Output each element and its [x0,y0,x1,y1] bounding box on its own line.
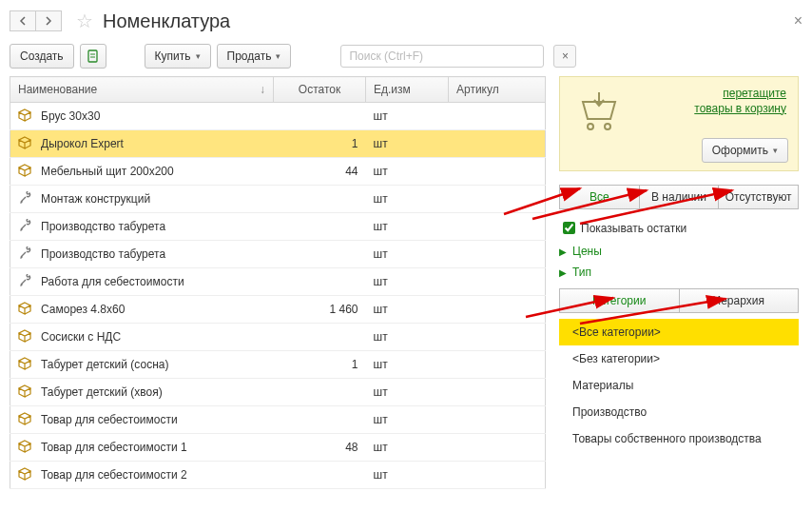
row-unit: шт [366,406,449,434]
category-item[interactable]: <Без категории> [559,345,799,372]
table-row[interactable]: Производство табуреташт [10,213,546,241]
col-header-unit[interactable]: Ед.изм [366,77,449,103]
category-item[interactable]: <Все категории> [559,319,799,345]
prices-expander[interactable]: ▶ Цены [559,245,799,258]
row-name: Мебельный щит 200х200 [41,164,174,177]
table-row[interactable]: Мебельный щит 200х20044шт [10,158,546,186]
clear-search-button[interactable]: × [553,45,576,68]
create-button[interactable]: Создать [10,44,74,69]
cart-drop-link[interactable]: перетащите товары в корзину [648,87,786,116]
row-unit: шт [366,351,449,379]
table-row[interactable]: Табурет детский (хвоя)шт [10,379,546,406]
table-row[interactable]: Сосиски с НДСшт [10,324,546,351]
filter-all-button[interactable]: Все [559,185,640,209]
row-unit: шт [366,241,449,268]
prices-label: Цены [572,245,602,258]
row-stock: 48 [274,434,366,462]
box-icon [18,136,33,152]
nomenclature-table: Наименование Остаток Ед.изм Артикул Брус… [10,76,546,489]
row-sku [449,324,546,351]
row-sku [449,462,546,489]
row-unit: шт [366,462,449,489]
row-name: Дырокол Expert [41,136,124,149]
issue-button[interactable]: Оформить▾ [702,138,788,163]
buy-button[interactable]: Купить▾ [145,44,211,69]
row-name: Производство табурета [41,219,165,232]
row-stock: 1 [274,130,366,158]
category-item[interactable]: Производство [559,399,799,425]
row-name: Саморез 4.8х60 [41,302,125,315]
tool-icon [18,191,33,207]
col-header-sku[interactable]: Артикул [449,77,546,103]
cart-icon [573,90,625,139]
show-stock-checkbox[interactable] [563,222,575,234]
table-row[interactable]: Саморез 4.8х601 460шт [10,296,546,324]
nav-forward-button[interactable] [35,10,62,31]
row-name: Монтаж конструкций [41,191,150,205]
row-stock [274,241,366,268]
stock-filter-segment: Все В наличии Отсутствуют [559,185,799,209]
table-row[interactable]: Товар для себестоимости 148шт [10,434,546,462]
category-item[interactable]: Материалы [559,372,799,399]
close-icon[interactable]: × [794,12,802,30]
table-row[interactable]: Работа для себестоимостишт [10,268,546,296]
category-item[interactable]: Товары собственного производства [559,425,799,452]
row-unit: шт [366,186,449,213]
row-sku [449,406,546,434]
row-unit: шт [366,130,449,158]
issue-label: Оформить [712,144,768,157]
cart-dropzone[interactable]: перетащите товары в корзину Оформить▾ [559,76,799,171]
filter-outstock-button[interactable]: Отсутствуют [718,185,799,209]
box-icon [18,108,33,125]
cart-link-line1: перетащите [723,87,786,100]
row-unit: шт [366,379,449,406]
tool-icon [18,219,33,235]
create-from-template-button[interactable] [80,44,106,69]
row-sku [449,379,546,406]
row-sku [449,241,546,268]
chevron-down-icon: ▾ [276,51,280,61]
category-list: <Все категории><Без категории>МатериалыП… [559,319,799,452]
star-icon[interactable]: ☆ [76,10,93,32]
svg-point-1 [588,124,593,129]
table-row[interactable]: Дырокол Expert1шт [10,130,546,158]
show-stock-checkbox-row[interactable]: Показывать остатки [559,219,799,237]
row-stock [274,379,366,406]
sell-button[interactable]: Продать▾ [217,44,292,69]
box-icon [18,329,33,345]
row-stock [274,213,366,241]
chevron-down-icon: ▾ [773,146,778,155]
table-row[interactable]: Производство табуреташт [10,241,546,268]
row-name: Производство табурета [41,246,165,260]
mode-categories-button[interactable]: Категории [559,288,680,313]
search-input[interactable] [347,49,537,64]
row-name: Работа для себестоимости [41,274,184,287]
chevron-down-icon: ▾ [196,51,201,61]
table-row[interactable]: Товар для себестоимости 2шт [10,462,546,489]
table-row[interactable]: Монтаж конструкцийшт [10,186,546,213]
col-header-name[interactable]: Наименование [10,77,274,103]
box-icon [18,302,33,318]
row-stock [274,324,366,351]
row-name: Сосиски с НДС [41,329,121,343]
table-row[interactable]: Табурет детский (сосна)1шт [10,351,546,379]
mode-hierarchy-button[interactable]: Иерархия [679,288,800,313]
box-icon [18,467,33,483]
row-name: Товар для себестоимости 1 [41,440,187,453]
type-expander[interactable]: ▶ Тип [559,266,799,279]
filter-instock-button[interactable]: В наличии [639,185,720,209]
cart-link-line2: товары в корзину [694,102,786,115]
box-icon [18,440,33,456]
box-icon [18,384,33,401]
row-stock: 44 [274,158,366,186]
titlebar: ☆ Номенклатура × [10,8,802,34]
row-unit: шт [366,158,449,186]
col-header-stock[interactable]: Остаток [274,77,366,103]
row-sku [449,351,546,379]
nav-back-button[interactable] [10,10,36,31]
table-row[interactable]: Брус 30х30шт [10,103,546,130]
row-stock [274,268,366,296]
row-sku [449,130,546,158]
row-sku [449,268,546,296]
table-row[interactable]: Товар для себестоимостишт [10,406,546,434]
